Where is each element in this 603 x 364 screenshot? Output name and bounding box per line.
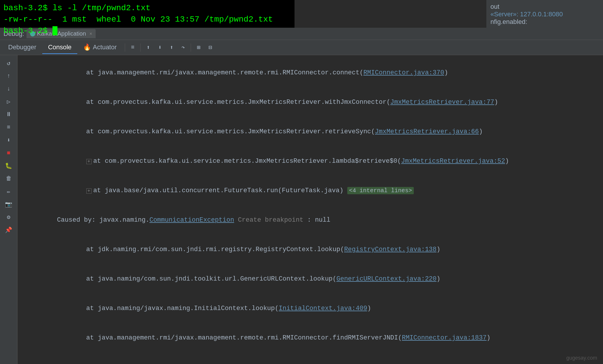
right-panel-line3: nfig.enabled: [490, 18, 599, 26]
sidebar: ↺ ↑ ↓ ▷ ⏸ ≡ ⬇ ■ 🐛 🗑 ✏ 📷 ⚙ 📌 [0, 55, 17, 364]
trash-icon[interactable]: 🗑 [3, 173, 14, 184]
grid-btn[interactable]: ⊞ [193, 42, 204, 53]
stack-line-5: +at java.base/java.util.concurrent.Futur… [17, 176, 603, 205]
gear-icon[interactable]: ⚙ [3, 211, 14, 223]
run-to-cursor-btn[interactable]: ↷ [178, 42, 188, 53]
link-rmi-1837[interactable]: RMIConnector.java:1837 [402, 334, 486, 342]
caused-by-1: Caused by: javax.naming.CommunicationExc… [17, 205, 603, 235]
bug-icon[interactable]: 🐛 [3, 160, 14, 171]
stack-line-1: at java.management.rmi/javax.management.… [17, 58, 603, 88]
stack-line-3: at com.provectus.kafka.ui.service.metric… [17, 117, 603, 146]
right-panel-line2: «Server»: 127.0.0.1:8080 [490, 10, 599, 18]
toolbar: Debugger Console 🔥 Actuator ≡ ⬆ ⬇ ⬆ ↷ ⊞ … [0, 40, 603, 55]
camera-icon[interactable]: 📷 [3, 199, 14, 210]
link-registry-138[interactable]: RegistryContext.java:138 [344, 246, 437, 253]
export-down-icon[interactable]: ⬇ [3, 134, 14, 146]
tab-console[interactable]: Console [42, 41, 78, 54]
link-jmx-52[interactable]: JmxMetricsRetriever.java:52 [401, 158, 505, 165]
sep2 [140, 43, 141, 52]
menu-btn[interactable]: ≡ [127, 42, 138, 53]
pause-icon[interactable]: ⏸ [3, 109, 14, 120]
watermark: gugesay.com [566, 355, 597, 361]
terminal: bash-3.2$ ls -l /tmp/pwnd2.txt -rw-r--r-… [0, 0, 295, 28]
stack-line-10: at java.management.rmi/javax.management.… [17, 323, 603, 353]
list-icon[interactable]: ≡ [3, 122, 14, 133]
stop-icon[interactable]: ■ [3, 147, 14, 158]
link-initial-409[interactable]: InitialContext.java:409 [279, 305, 367, 312]
stack-line-2: at com.provectus.kafka.ui.service.metric… [17, 88, 603, 117]
flame-icon: 🔥 [83, 43, 91, 51]
stack-line-7: at jdk.naming.rmi/com.sun.jndi.rmi.regis… [17, 235, 603, 264]
up-icon[interactable]: ↑ [3, 70, 14, 81]
step-out-btn[interactable]: ⬆ [166, 42, 177, 53]
edit-icon[interactable]: ✏ [3, 186, 14, 197]
refresh-icon[interactable]: ↺ [3, 57, 14, 69]
sep3 [191, 43, 191, 52]
step-over-btn[interactable]: ⬆ [143, 42, 153, 53]
right-panel-line1: out [490, 3, 599, 10]
tab-actuator[interactable]: 🔥 Actuator [77, 41, 122, 54]
tab-navigation: Debugger Console 🔥 Actuator [2, 41, 122, 54]
main-content: ↺ ↑ ↓ ▷ ⏸ ≡ ⬇ ■ 🐛 🗑 ✏ 📷 ⚙ 📌 at java.mana… [0, 55, 603, 364]
terminal-line-2: -rw-r--r-- 1 mst wheel 0 Nov 23 13:57 /t… [3, 14, 291, 25]
terminal-line-1: bash-3.2$ ls -l /tmp/pwnd2.txt [3, 2, 291, 14]
link-jmx-66[interactable]: JmxMetricsRetriever.java:66 [375, 128, 479, 135]
link-generic-220[interactable]: GenericURLContext.java:220 [336, 275, 437, 283]
ide-window: Debug: KafkaUiApplication × Debugger Con… [0, 28, 603, 364]
pin-icon[interactable]: 📌 [3, 224, 14, 235]
align-btn[interactable]: ⊟ [205, 42, 215, 53]
tab-debugger[interactable]: Debugger [2, 41, 42, 54]
right-panel: out «Server»: 127.0.0.1:8080 nfig.enable… [486, 0, 603, 28]
link-jmx-77[interactable]: JmxMetricsRetriever.java:77 [390, 99, 494, 106]
stack-line-9: at java.naming/javax.naming.InitialConte… [17, 294, 603, 323]
stack-trace-panel: at java.management.rmi/javax.management.… [17, 55, 603, 364]
internal-lines-4: <4 internal lines> [347, 187, 414, 194]
play-icon[interactable]: ▷ [3, 96, 14, 107]
link-communication-ex[interactable]: CommunicationException [149, 216, 234, 224]
create-breakpoint-1[interactable]: Create breakpoint [234, 216, 307, 224]
stack-line-8: at java.naming/com.sun.jndi.toolkit.url.… [17, 264, 603, 294]
expand-btn-2[interactable]: + [86, 188, 92, 194]
expand-btn-1[interactable]: + [86, 159, 92, 164]
step-into-btn[interactable]: ⬇ [155, 42, 165, 53]
stack-line-4: +at com.provectus.kafka.ui.service.metri… [17, 146, 603, 176]
down-icon[interactable]: ↓ [3, 83, 14, 94]
terminal-line-3: bash-3.2$ [3, 25, 291, 36]
stack-line-11: at java.management.rmi/javax.management.… [17, 353, 603, 364]
sep1 [125, 43, 125, 52]
link-rmiconnector-370[interactable]: RMIConnector.java:370 [363, 69, 444, 76]
